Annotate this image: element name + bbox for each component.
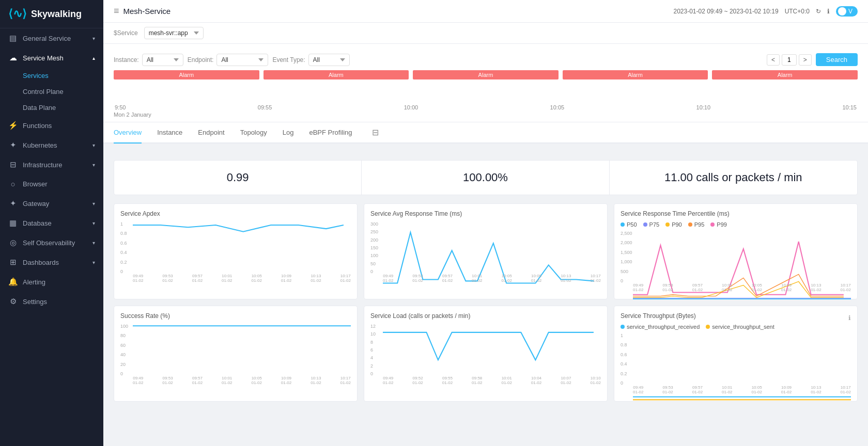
database-icon: ▦ (8, 218, 18, 228)
service-select[interactable]: mesh-svr::app (144, 27, 204, 39)
top-header: ≡ Mesh-Service 2023-01-02 09:49 ~ 2023-0… (103, 0, 868, 23)
tab-instance[interactable]: Instance (157, 122, 182, 144)
p90-label: P90 (672, 221, 682, 228)
tab-endpoint[interactable]: Endpoint (198, 122, 224, 144)
prev-page-button[interactable]: < (767, 54, 780, 66)
sidebar-item-gateway[interactable]: ✦ Gateway ▾ (0, 194, 103, 213)
header-title-area: ≡ Mesh-Service (114, 6, 171, 17)
main-content: ≡ Mesh-Service 2023-01-02 09:49 ~ 2023-0… (103, 0, 868, 446)
received-dot (621, 325, 625, 329)
tab-ebpf-profiling[interactable]: eBPF Profiling (309, 122, 352, 144)
time-label-3: 10:00 (404, 104, 419, 110)
timeline-date: Mon 2 January (114, 112, 858, 118)
sent-dot (706, 325, 710, 329)
legend-p75: P75 (643, 221, 660, 228)
logo-text: Skywalking (31, 9, 82, 20)
percentile-legend: P50 P75 P90 P95 (621, 221, 851, 228)
instance-select[interactable]: All (142, 54, 183, 66)
endpoint-select[interactable]: All (216, 54, 268, 66)
sidebar-item-label: General Service (23, 35, 71, 42)
p90-dot (665, 222, 670, 227)
sidebar-item-label: Browser (23, 180, 48, 188)
sidebar-item-label: Settings (23, 298, 47, 306)
event-type-select[interactable]: All (308, 54, 350, 66)
p95-label: P95 (694, 221, 705, 228)
info-icon[interactable]: ℹ (827, 8, 830, 15)
chart-throughput-x-labels: 09:4901-02 09:5301-02 09:5701-02 10:0101… (633, 385, 851, 395)
chevron-icon: ▾ (92, 240, 95, 246)
tab-topology[interactable]: Topology (240, 122, 267, 144)
alarm-bar-5: Alarm (712, 70, 858, 79)
functions-icon: ⚡ (8, 121, 18, 130)
sidebar-item-settings[interactable]: ⚙ Settings (0, 292, 103, 311)
received-label: service_throughput_received (627, 324, 700, 330)
self-obs-icon: ◎ (8, 238, 18, 247)
instance-label: Instance: (114, 56, 139, 63)
apdex-card: 0.99 (114, 161, 362, 195)
filter-row: Instance: All Endpoint: All Event Type: … (114, 49, 858, 68)
next-page-button[interactable]: > (799, 54, 812, 66)
chart-avg-x-labels: 09:4901-02 09:5301-02 09:5701-02 10:0101… (383, 274, 601, 283)
chart-success-rate-area: 10080 6040 200 09:4901-02 09:5301-02 09:… (120, 324, 351, 386)
sidebar-item-label: Kubernetes (23, 141, 57, 149)
tab-overview[interactable]: Overview (114, 122, 142, 144)
time-label-2: 09:55 (258, 104, 272, 110)
chart-throughput-y-labels: 10.8 0.60.4 0.20 (621, 333, 627, 386)
chart-throughput-area: 10.8 0.60.4 0.20 09:4901-02 09:5301-02 0… (621, 333, 851, 395)
sidebar-item-functions[interactable]: ⚡ Functions (0, 116, 103, 135)
sidebar-item-infrastructure[interactable]: ⊟ Infrastructure ▾ (0, 155, 103, 174)
page-number: 1 (782, 54, 797, 66)
legend-p99: P99 (710, 221, 727, 228)
tabs-row: Overview Instance Endpoint Topology Log … (103, 122, 868, 144)
legend-sent: service_throughput_sent (706, 324, 774, 330)
time-label-5: 10:10 (696, 104, 711, 110)
time-label-4: 10:05 (550, 104, 565, 110)
sidebar-item-browser[interactable]: ○ Browser (0, 174, 103, 194)
time-range: 2023-01-02 09:49 ~ 2023-01-02 10:19 (673, 8, 778, 15)
chevron-icon: ▾ (92, 142, 95, 148)
sidebar-item-data-plane[interactable]: Data Plane (23, 100, 103, 116)
sidebar-item-service-mesh[interactable]: ☁ Service Mesh ▴ (0, 48, 103, 68)
success-rate-card: 100.00% (362, 161, 609, 195)
chart-service-apdex: Service Apdex 10.8 0.60.4 0.20 09:4901-0… (114, 203, 358, 299)
service-filter-bar: $Service mesh-svr::app (103, 23, 868, 44)
sidebar-item-general-service[interactable]: ▤ General Service ▾ (0, 28, 103, 48)
search-button[interactable]: Search (816, 53, 858, 66)
view-toggle[interactable]: V (836, 6, 858, 17)
throughput-legend: service_throughput_received service_thro… (621, 324, 851, 330)
tab-log[interactable]: Log (283, 122, 294, 144)
sent-label: service_throughput_sent (712, 324, 774, 330)
general-service-icon: ▤ (8, 34, 18, 43)
header-menu-icon: ≡ (114, 6, 119, 17)
chevron-icon: ▴ (92, 55, 95, 61)
load-card: 11.00 calls or packets / min (610, 161, 857, 195)
chart-apdex-area: 10.8 0.60.4 0.20 09:4901-02 09:5301-02 0… (120, 221, 351, 283)
sidebar-item-database[interactable]: ▦ Database ▾ (0, 213, 103, 233)
app-logo[interactable]: ⟨∿⟩ Skywalking (0, 0, 103, 28)
sidebar-item-dashboards[interactable]: ⊞ Dashboards ▾ (0, 252, 103, 272)
sidebar-item-label: Infrastructure (23, 161, 63, 169)
chart-percentile: Service Response Time Percentile (ms) P5… (614, 203, 858, 299)
refresh-icon[interactable]: ↻ (816, 8, 821, 15)
bookmark-icon[interactable]: ⊟ (372, 128, 379, 137)
sidebar-item-kubernetes[interactable]: ✦ Kubernetes ▾ (0, 135, 103, 155)
sidebar-item-alerting[interactable]: 🔔 Alerting (0, 272, 103, 292)
chart-apdex-x-labels: 09:4901-02 09:5301-02 09:5701-02 10:0101… (133, 274, 351, 283)
sidebar-item-control-plane[interactable]: Control Plane (23, 84, 103, 100)
kubernetes-icon: ✦ (8, 140, 18, 150)
timeline-canvas: Alarm Alarm Alarm Alarm Alarm (114, 70, 858, 101)
chevron-icon: ▾ (92, 36, 95, 41)
time-label-6: 10:15 (842, 104, 857, 110)
chart-load-x-labels: 09:4901-02 09:5201-02 09:5501-02 09:5801… (383, 376, 601, 386)
sidebar-item-self-observability[interactable]: ◎ Self Observability ▾ (0, 233, 103, 252)
browser-icon: ○ (8, 180, 18, 188)
sidebar-item-label: Functions (23, 122, 52, 130)
dashboards-icon: ⊞ (8, 258, 18, 267)
legend-p50: P50 (621, 221, 637, 228)
sidebar-item-services[interactable]: Services (23, 68, 103, 84)
throughput-info-icon[interactable]: ℹ (848, 314, 851, 322)
chart-throughput: Service Throughput (Bytes) ℹ service_thr… (614, 306, 858, 402)
p75-dot (643, 222, 647, 227)
chart-percentile-title: Service Response Time Percentile (ms) (621, 210, 851, 217)
chart-percentile-x-labels: 09:4901-02 09:5301-02 09:5701-02 10:0101… (633, 283, 851, 293)
